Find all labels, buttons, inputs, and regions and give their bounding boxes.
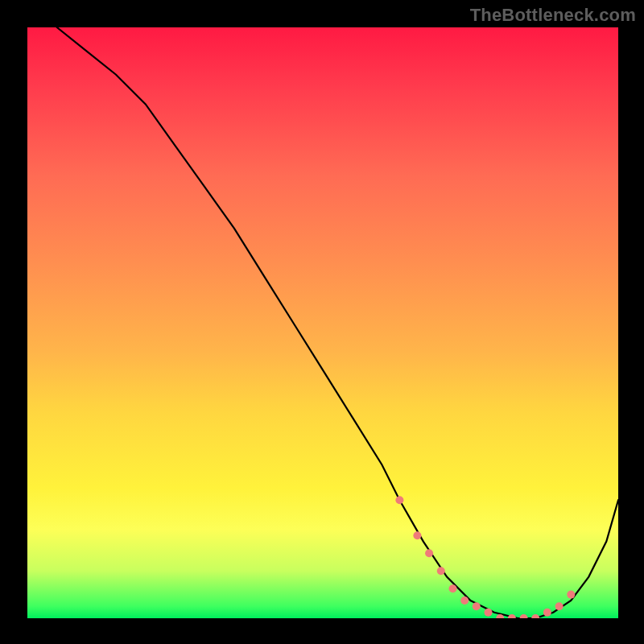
highlight-dot [449, 584, 457, 592]
highlight-dots [395, 496, 575, 618]
bottleneck-curve [27, 27, 618, 618]
highlight-dot [555, 602, 564, 610]
highlight-dot [437, 567, 445, 575]
highlight-dot [460, 597, 469, 605]
watermark-text: TheBottleneck.com [470, 5, 636, 26]
highlight-dot [508, 614, 516, 618]
highlight-dot [485, 609, 493, 617]
highlight-dot [473, 602, 481, 610]
highlight-dot [395, 496, 403, 504]
highlight-dot [425, 549, 433, 557]
highlight-dot [413, 531, 421, 539]
curve-path [57, 27, 618, 618]
highlight-dot [543, 609, 551, 617]
plot-area [27, 27, 618, 618]
highlight-dot [531, 614, 539, 618]
chart-frame: TheBottleneck.com [0, 0, 644, 644]
highlight-dot [567, 591, 575, 599]
highlight-dot [520, 614, 528, 618]
